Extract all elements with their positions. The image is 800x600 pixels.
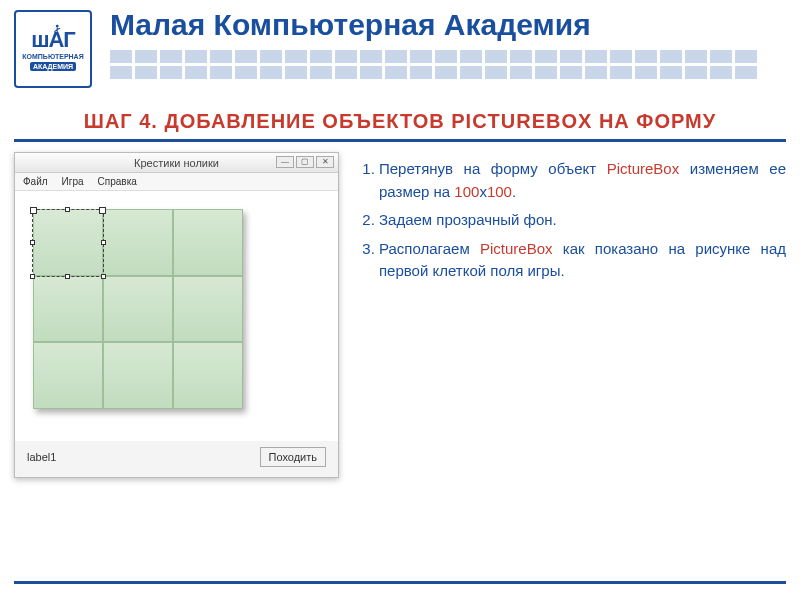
instructions: Перетянув на форму объект PictureBox изм… <box>357 152 786 478</box>
menu-game[interactable]: Игра <box>62 176 84 187</box>
keyword-100b: 100 <box>487 183 512 200</box>
window-title: Крестики нолики <box>134 157 219 169</box>
footer-line <box>14 581 786 584</box>
keyword-picturebox-2: PictureBox <box>480 240 553 257</box>
logo-subtitle-bottom: АКАДЕМИЯ <box>30 62 76 71</box>
minimize-icon[interactable]: — <box>276 156 294 168</box>
academy-logo: шАГ КОМПЬЮТЕРНАЯ АКАДЕМИЯ <box>14 10 92 88</box>
step-title: ШАГ 4. ДОБАВЛЕНИЕ ОБЪЕКТОВ PICTUREBOX НА… <box>0 110 800 133</box>
content-row: Крестики нолики — ▢ ✕ Файл Игра Справка <box>0 152 800 478</box>
step-1-text-a: Перетянув на форму объект <box>379 160 607 177</box>
step-3: Располагаем PictureBox как показано на р… <box>379 238 786 283</box>
brand-title: Малая Компьютерная Академия <box>110 8 786 42</box>
form-footer: label1 Походить <box>15 441 338 477</box>
close-icon[interactable]: ✕ <box>316 156 334 168</box>
window-titlebar: Крестики нолики — ▢ ✕ <box>15 153 338 173</box>
decorative-squares <box>110 50 770 79</box>
step-1-x: х <box>479 183 487 200</box>
keyword-100a: 100 <box>454 183 479 200</box>
label-text: label1 <box>27 451 56 463</box>
step-2: Задаем прозрачный фон. <box>379 209 786 232</box>
form-screenshot: Крестики нолики — ▢ ✕ Файл Игра Справка <box>14 152 339 478</box>
person-icon <box>53 24 67 38</box>
keyword-picturebox: PictureBox <box>607 160 680 177</box>
logo-word: шАГ <box>31 27 75 53</box>
form-canvas <box>15 191 338 441</box>
logo-subtitle-top: КОМПЬЮТЕРНАЯ <box>22 53 83 60</box>
menu-help[interactable]: Справка <box>98 176 137 187</box>
step-3-text-a: Располагаем <box>379 240 480 257</box>
step-1: Перетянув на форму объект PictureBox изм… <box>379 158 786 203</box>
header-right: Малая Компьютерная Академия <box>110 10 786 79</box>
slide-header: шАГ КОМПЬЮТЕРНАЯ АКАДЕМИЯ Малая Компьюте… <box>0 0 800 88</box>
app-window: Крестики нолики — ▢ ✕ Файл Игра Справка <box>14 152 339 478</box>
svg-point-0 <box>56 25 59 28</box>
window-controls: — ▢ ✕ <box>276 156 334 168</box>
title-underline <box>14 139 786 142</box>
maximize-icon[interactable]: ▢ <box>296 156 314 168</box>
menu-file[interactable]: Файл <box>23 176 48 187</box>
step-1-text-c: . <box>512 183 516 200</box>
move-button[interactable]: Походить <box>260 447 327 467</box>
window-menu: Файл Игра Справка <box>15 173 338 191</box>
picturebox-selection[interactable] <box>32 209 104 277</box>
